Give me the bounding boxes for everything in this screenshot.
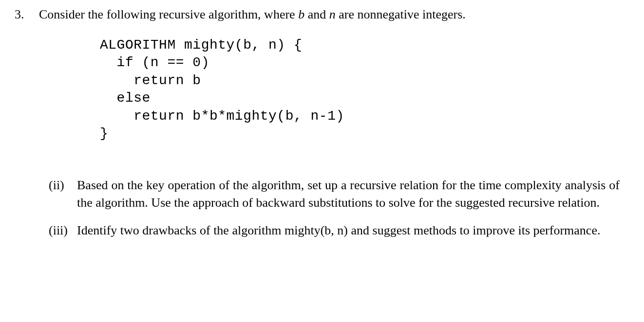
- intro-text-post: are nonnegative integers.: [336, 7, 466, 21]
- question-intro: Consider the following recursive algorit…: [39, 6, 629, 23]
- variable-n: n: [329, 7, 336, 21]
- algorithm-code: ALGORITHM mighty(b, n) { if (n == 0) ret…: [100, 36, 629, 143]
- subpart-iii-text: Identify two drawbacks of the algorithm …: [77, 222, 620, 239]
- subpart-ii-text: Based on the key operation of the algori…: [77, 177, 620, 211]
- subpart-ii-label: (ii): [49, 177, 77, 194]
- question-header: 3. Consider the following recursive algo…: [15, 6, 629, 23]
- question-number: 3.: [15, 6, 39, 23]
- subpart-iii-label: (iii): [49, 222, 77, 239]
- subpart-iii: (iii) Identify two drawbacks of the algo…: [49, 222, 620, 239]
- subpart-ii: (ii) Based on the key operation of the a…: [49, 177, 620, 211]
- intro-text-pre: Consider the following recursive algorit…: [39, 7, 298, 21]
- variable-b: b: [298, 7, 304, 21]
- intro-text-mid: and: [304, 7, 329, 21]
